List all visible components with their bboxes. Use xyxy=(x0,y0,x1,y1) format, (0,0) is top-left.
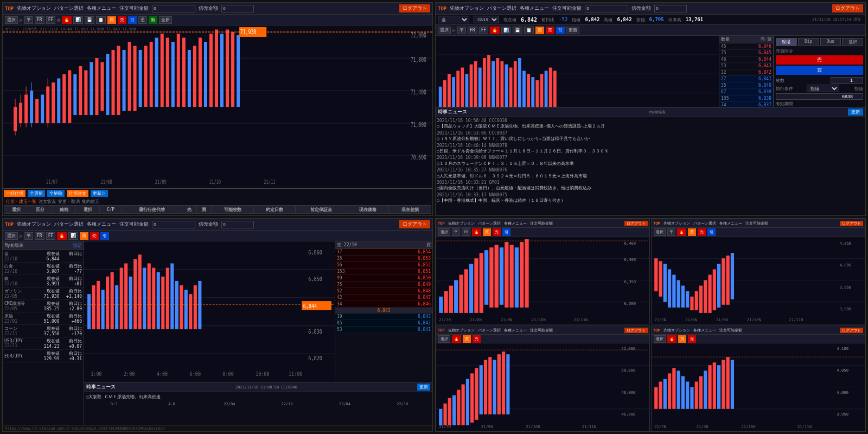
sp4-top[interactable]: TOP xyxy=(653,328,660,333)
panel2-credit-input[interactable] xyxy=(654,5,687,12)
sp4-logout[interactable]: ログアウト xyxy=(840,328,863,333)
sp3-buy[interactable]: 買 xyxy=(463,335,471,343)
sp4-menu[interactable]: 各種メニュー xyxy=(693,328,716,333)
tb-icon1[interactable]: 🔥 xyxy=(62,16,72,24)
sp2-menu[interactable]: 各種メニュー xyxy=(719,221,742,226)
p3-tb-buy[interactable]: 買 xyxy=(80,232,88,240)
p2-tb-flat[interactable]: 平 xyxy=(457,27,466,34)
panel3-nav-menu[interactable]: 各種メニュー xyxy=(87,221,116,228)
sp2-futures[interactable]: 先物オプション xyxy=(663,221,690,226)
sp1-buy[interactable]: 買 xyxy=(483,228,491,236)
tab-changecancel[interactable]: 変更・取消 xyxy=(58,199,80,205)
sp3-menu[interactable]: 各種メニュー xyxy=(504,328,527,333)
panel3-nav-orderlimit[interactable]: 注文可能金額 xyxy=(119,221,149,228)
sp1-top[interactable]: TOP xyxy=(438,221,445,226)
mymarket-setting[interactable]: 設定 xyxy=(73,242,81,248)
p2-tb-sell[interactable]: 売 xyxy=(546,27,554,34)
sp2-top[interactable]: TOP xyxy=(653,221,660,226)
credit-input[interactable] xyxy=(221,5,254,12)
panel3-nav-futures[interactable]: 先物オプション xyxy=(17,221,51,228)
sp1-fr[interactable]: FR xyxy=(462,228,470,236)
tab-select[interactable]: 選択 xyxy=(842,38,863,46)
p2-tb-ff[interactable]: FF xyxy=(479,27,489,34)
price-input[interactable] xyxy=(776,93,863,100)
sp1-sell[interactable]: 売 xyxy=(493,228,501,236)
tb-new[interactable]: 新 xyxy=(149,16,157,24)
sp1-pattern[interactable]: パターン選択 xyxy=(478,221,501,226)
sp3-icon1[interactable]: 🔥 xyxy=(452,335,461,343)
sp3-orderlimit[interactable]: 注文可能金額 xyxy=(530,328,553,333)
sp4-orderlimit[interactable]: 注文可能金額 xyxy=(719,328,742,333)
sp1-close[interactable]: 引 xyxy=(502,228,510,236)
panel2-nav-orderlimit[interactable]: 注文可能金額 xyxy=(552,5,582,12)
sp3-logout[interactable]: ログアウト xyxy=(624,328,648,333)
sp3-select[interactable]: 選択 xyxy=(438,335,450,343)
one-click-btn[interactable]: 一括仕切 xyxy=(4,190,25,197)
sp1-orderlimit[interactable]: 注文可能金額 xyxy=(530,221,553,226)
p3-tb-select[interactable]: 選択 xyxy=(5,232,18,240)
p3-news-refresh[interactable]: 更新 xyxy=(417,384,430,391)
p2-tb-select[interactable]: 選択 xyxy=(438,27,451,34)
p2-tb-icon4[interactable]: 📋 xyxy=(524,27,534,34)
tab-dip[interactable]: Dip xyxy=(798,38,819,46)
nav-order-limit[interactable]: 注文可能金額 xyxy=(119,5,149,12)
nav-credit[interactable]: 信売金額 xyxy=(199,5,218,12)
p2-tb-buy[interactable]: 買 xyxy=(535,27,544,34)
sp1-logout[interactable]: ログアウト xyxy=(624,221,648,226)
p3-tb-fr[interactable]: FR xyxy=(35,232,44,240)
sp1-select[interactable]: 選択 xyxy=(438,228,450,236)
sp4-buy[interactable]: 買 xyxy=(678,335,686,343)
sp2-select[interactable]: 選択 xyxy=(654,228,666,236)
sp1-flat[interactable]: 平 xyxy=(452,228,460,236)
tb-close[interactable]: 引 xyxy=(128,16,137,24)
tab-orderstatus[interactable]: 注文状況 xyxy=(39,199,56,205)
nav-top[interactable]: TOP xyxy=(5,6,14,11)
order-limit-input[interactable] xyxy=(152,5,195,12)
sp1-icon1[interactable]: 🔥 xyxy=(472,228,481,236)
nav-pattern[interactable]: パターン選択 xyxy=(54,5,84,12)
panel2-order-limit-input[interactable] xyxy=(585,5,628,12)
p3-tb-icon1[interactable]: 🔥 xyxy=(57,232,67,240)
sp4-sell[interactable]: 売 xyxy=(688,335,696,343)
tb-allnew[interactable]: 全新 xyxy=(159,16,172,24)
panel2-nav-credit[interactable]: 信売金額 xyxy=(631,5,651,12)
panel2-symbol-select[interactable]: 金 白金 ガソリン xyxy=(438,16,469,23)
tb-icon4[interactable]: 📋 xyxy=(96,16,106,24)
p3-tb-flat[interactable]: 平 xyxy=(24,232,33,240)
panel3-credit[interactable] xyxy=(221,221,254,228)
all-select-btn[interactable]: 全選択 xyxy=(28,190,45,197)
panel3-nav-pattern[interactable]: パターン選択 xyxy=(54,221,84,228)
sp2-logout[interactable]: ログアウト xyxy=(840,221,863,226)
p2-tb-close[interactable]: 引 xyxy=(556,27,565,34)
sp1-menu[interactable]: 各種メニュー xyxy=(504,221,527,226)
sp2-buy[interactable]: 買 xyxy=(688,228,696,236)
sp3-futures[interactable]: 先物オプション xyxy=(448,328,475,333)
sp1-futures[interactable]: 先物オプション xyxy=(448,221,475,226)
tab-cutposition[interactable]: 仕切・建玉一覧 xyxy=(6,199,36,205)
p2-tb-icon3[interactable]: 💾 xyxy=(513,27,522,34)
tb-icon3[interactable]: 💾 xyxy=(85,16,94,24)
panel2-logout[interactable]: ログアウト xyxy=(832,4,863,12)
p2-tb-fr[interactable]: FR xyxy=(468,27,477,34)
sp2-pattern[interactable]: パターン選択 xyxy=(693,221,716,226)
condition-select[interactable]: 指値 成行 xyxy=(807,85,839,92)
p2-tb-update[interactable]: 更新 xyxy=(566,27,579,34)
nav-menu[interactable]: 各種メニュー xyxy=(87,5,116,12)
sp4-icon1[interactable]: 🔥 xyxy=(667,335,676,343)
p3-tb-ff[interactable]: FF xyxy=(46,232,56,240)
tb-select[interactable]: 選択 xyxy=(5,16,18,24)
buy-button[interactable]: 買 xyxy=(776,66,863,75)
tb-icon2[interactable]: 📊 xyxy=(73,16,83,24)
tb-sell[interactable]: 売 xyxy=(118,16,126,24)
tb-reverse[interactable]: 逆 xyxy=(138,16,147,24)
tb-flat[interactable]: 平 xyxy=(24,16,33,24)
sp4-futures[interactable]: 先物オプション xyxy=(663,328,690,333)
p3-tb-close[interactable]: 引 xyxy=(100,232,109,240)
panel2-nav-menu[interactable]: 各種メニュー xyxy=(520,5,549,12)
panel2-nav-futures[interactable]: 先物オプション xyxy=(450,5,484,12)
sp3-top[interactable]: TOP xyxy=(438,328,445,333)
panel3-order-limit[interactable] xyxy=(152,221,195,228)
p2-tb-icon2[interactable]: 📊 xyxy=(501,27,511,34)
sp3-sell[interactable]: 売 xyxy=(473,335,481,343)
sp2-orderlimit[interactable]: 注文可能金額 xyxy=(745,221,768,226)
